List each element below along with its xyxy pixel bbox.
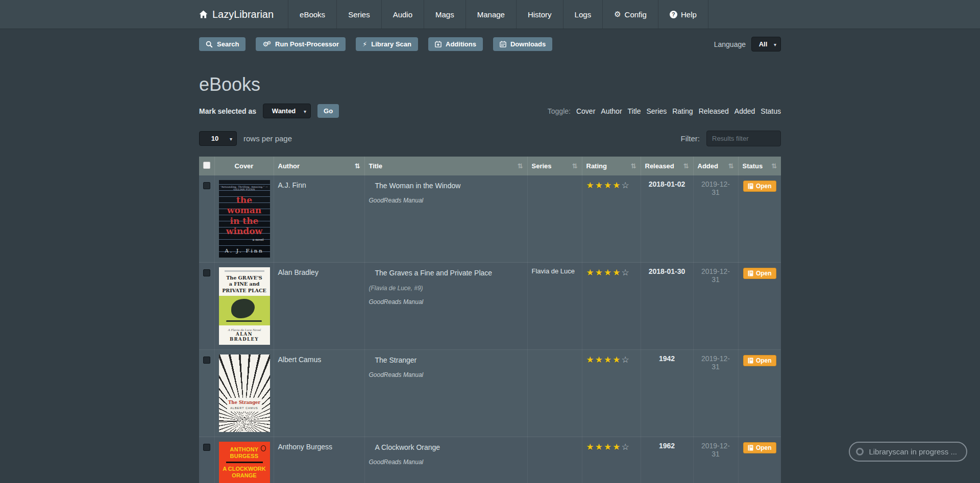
book-source: GoodReads Manual	[369, 459, 523, 466]
book-cover[interactable]: “Astounding. Thrilling. Amazing.” —GILLI…	[219, 180, 270, 258]
star-rating: ★★★★☆	[586, 354, 630, 365]
search-button[interactable]: Search	[199, 37, 246, 51]
series-cell	[527, 175, 582, 263]
rows-per-page-select[interactable]: 10	[199, 131, 237, 146]
column-header-series[interactable]: Series⇅	[527, 157, 582, 175]
lightning-icon: ⚡	[362, 41, 367, 47]
nav-item-series[interactable]: Series	[336, 0, 381, 29]
open-button[interactable]: Open	[743, 355, 776, 366]
sort-icon[interactable]: ⇅	[728, 162, 734, 170]
ebooks-table: Cover Author⇅ Title⇅ Series⇅ Rating⇅ Rel…	[199, 157, 781, 483]
nav-item-history[interactable]: History	[516, 0, 563, 29]
column-header-rating[interactable]: Rating⇅	[582, 157, 641, 175]
book-cover[interactable]: The Stranger ALBERT CAMUS	[219, 354, 270, 432]
released-date: 1962	[641, 437, 693, 483]
toggle-author[interactable]: Author	[601, 107, 622, 115]
mark-selected-label: Mark selected as	[199, 107, 256, 115]
nav-item-help[interactable]: Help	[658, 0, 708, 29]
column-header-released[interactable]: Released⇅	[641, 157, 693, 175]
row-checkbox[interactable]	[203, 357, 210, 364]
additions-button[interactable]: Additions	[428, 37, 483, 51]
title-link[interactable]: The Woman in the Window	[375, 182, 461, 190]
book-source: GoodReads Manual	[369, 197, 523, 204]
gear-icon: ⚙	[614, 11, 621, 18]
brand-link[interactable]: LazyLibrarian	[199, 0, 288, 29]
column-header-added[interactable]: Added⇅	[693, 157, 738, 175]
search-icon	[206, 41, 213, 48]
nav-menu: eBooks Series Audio Mags Manage History …	[288, 0, 708, 29]
nav-item-mags[interactable]: Mags	[424, 0, 465, 29]
sort-icon[interactable]: ⇅	[683, 162, 689, 170]
toggle-cover[interactable]: Cover	[576, 107, 595, 115]
book-icon	[748, 445, 753, 451]
mark-selected-select[interactable]: Wanted	[263, 104, 311, 118]
author-link[interactable]: A.J. Finn	[278, 181, 306, 189]
column-header-cover[interactable]: Cover	[214, 157, 274, 175]
sort-icon[interactable]: ⇅	[631, 162, 636, 170]
toggle-series[interactable]: Series	[647, 107, 667, 115]
row-checkbox[interactable]	[203, 182, 210, 189]
language-select[interactable]: All	[751, 37, 781, 52]
book-icon	[748, 358, 753, 364]
brand-label: LazyLibrarian	[212, 9, 274, 20]
title-link[interactable]: A Clockwork Orange	[375, 443, 440, 451]
book-source: GoodReads Manual	[369, 298, 523, 306]
top-navbar: LazyLibrarian eBooks Series Audio Mags M…	[0, 0, 980, 29]
toast-notification: Libraryscan in progress ...	[849, 442, 967, 462]
sort-icon[interactable]: ⇅	[355, 162, 360, 170]
row-checkbox[interactable]	[203, 444, 210, 451]
downloads-button[interactable]: Downloads	[493, 37, 552, 51]
library-scan-button[interactable]: ⚡ Library Scan	[356, 37, 418, 51]
sort-icon[interactable]: ⇅	[572, 162, 578, 170]
nav-item-audio[interactable]: Audio	[381, 0, 424, 29]
spinner-icon	[856, 448, 864, 455]
cover-art	[226, 462, 263, 463]
star-rating: ★★★★☆	[586, 442, 630, 452]
toggle-added[interactable]: Added	[734, 107, 755, 115]
go-button[interactable]: Go	[317, 104, 339, 118]
book-cover[interactable]: The GRAVE'S a FINE and PRIVATE PLACE A F…	[219, 267, 270, 345]
open-button[interactable]: Open	[743, 181, 776, 192]
author-link[interactable]: Albert Camus	[278, 355, 322, 364]
gears-icon: ⚙⚙	[262, 41, 271, 47]
toolbar: Search ⚙⚙ Run Post-Processor ⚡ Library S…	[199, 37, 781, 52]
run-post-processor-button[interactable]: ⚙⚙ Run Post-Processor	[256, 37, 346, 51]
title-link[interactable]: The Graves a Fine and Private Place	[375, 269, 493, 277]
toggle-rating[interactable]: Rating	[672, 107, 693, 115]
toast-message: Libraryscan in progress ...	[869, 447, 957, 456]
column-header-status[interactable]: Status⇅	[738, 157, 781, 175]
column-header-title[interactable]: Title⇅	[364, 157, 527, 175]
title-link[interactable]: The Stranger	[375, 356, 417, 364]
home-icon	[199, 10, 208, 18]
cover-art	[225, 270, 264, 272]
row-checkbox[interactable]	[203, 269, 210, 276]
released-date: 2018-01-02	[641, 175, 693, 263]
column-header-author[interactable]: Author⇅	[274, 157, 364, 175]
main-content: eBooks Mark selected as Wanted Go Toggle…	[199, 74, 781, 483]
table-header-row: Cover Author⇅ Title⇅ Series⇅ Rating⇅ Rel…	[199, 157, 781, 175]
toggle-title[interactable]: Title	[628, 107, 641, 115]
toggle-status[interactable]: Status	[761, 107, 781, 115]
language-label: Language	[714, 40, 746, 48]
open-button[interactable]: Open	[743, 442, 776, 453]
series-cell: Flavia de Luce	[527, 263, 582, 350]
filter-input[interactable]	[706, 131, 781, 146]
table-row: The GRAVE'S a FINE and PRIVATE PLACE A F…	[199, 263, 781, 350]
author-link[interactable]: Anthony Burgess	[278, 443, 333, 451]
series-cell	[527, 350, 582, 437]
book-cover[interactable]: ANTHONY BURGESS A CLOCKWORK ORANGE	[219, 442, 270, 483]
table-row: The Stranger ALBERT CAMUS Albert Camus T…	[199, 350, 781, 437]
author-link[interactable]: Alan Bradley	[278, 268, 318, 276]
help-icon	[670, 11, 677, 18]
column-toggles: Toggle: Cover Author Title Series Rating…	[548, 107, 781, 115]
toggle-released[interactable]: Released	[699, 107, 729, 115]
sort-icon[interactable]: ⇅	[518, 162, 523, 170]
nav-item-config[interactable]: ⚙ Config	[602, 0, 658, 29]
open-button[interactable]: Open	[743, 268, 776, 279]
nav-item-manage[interactable]: Manage	[465, 0, 516, 29]
table-row: “Astounding. Thrilling. Amazing.” —GILLI…	[199, 175, 781, 263]
select-all-checkbox[interactable]	[203, 162, 210, 169]
nav-item-ebooks[interactable]: eBooks	[288, 0, 336, 29]
sort-icon[interactable]: ⇅	[771, 162, 777, 170]
nav-item-logs[interactable]: Logs	[563, 0, 603, 29]
